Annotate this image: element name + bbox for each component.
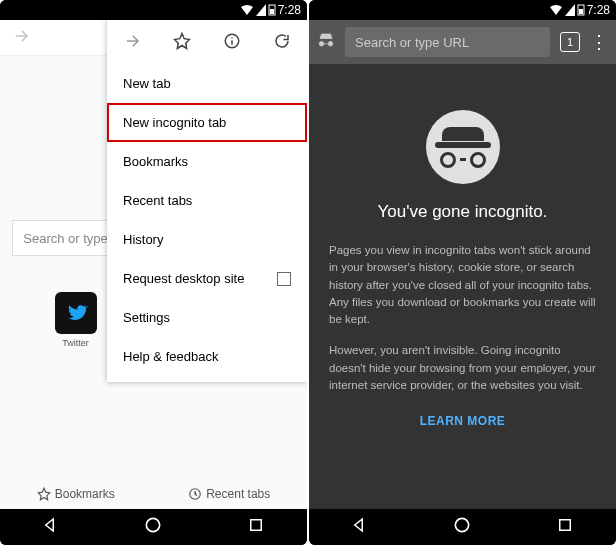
tab-switcher[interactable]: 1 [560, 32, 580, 52]
incognito-paragraph-1: Pages you view in incognito tabs won't s… [329, 242, 596, 328]
wifi-icon [240, 4, 254, 16]
menu-new-incognito-tab[interactable]: New incognito tab [107, 103, 307, 142]
clock: 7:28 [587, 3, 610, 17]
back-icon[interactable] [351, 516, 369, 538]
shortcut-label: Twitter [62, 338, 89, 348]
clock: 7:28 [278, 3, 301, 17]
star-icon[interactable] [173, 32, 191, 54]
incognito-badge-icon [317, 31, 335, 53]
phone-left: 7:28 G Search or type U Twitter G Google [0, 0, 307, 545]
shortcut-twitter[interactable]: Twitter [46, 292, 106, 358]
svg-rect-10 [560, 520, 571, 531]
incognito-page: You've gone incognito. Pages you view in… [309, 64, 616, 452]
battery-icon [577, 4, 585, 16]
incognito-paragraph-2: However, you aren't invisible. Going inc… [329, 342, 596, 394]
refresh-icon[interactable] [273, 32, 291, 54]
recents-icon[interactable] [247, 516, 265, 538]
home-icon[interactable] [452, 515, 472, 539]
svg-point-4 [231, 37, 233, 39]
battery-icon [268, 4, 276, 16]
menu-settings[interactable]: Settings [107, 298, 307, 337]
wifi-icon [549, 4, 563, 16]
menu-request-desktop[interactable]: Request desktop site [107, 259, 307, 298]
url-input[interactable]: Search or type URL [345, 27, 550, 57]
content-area-left: G Search or type U Twitter G Google News… [0, 20, 307, 509]
incognito-toolbar: Search or type URL 1 ⋮ [309, 20, 616, 64]
svg-point-5 [147, 518, 160, 531]
svg-rect-1 [270, 9, 274, 14]
info-icon[interactable] [223, 32, 241, 54]
forward-icon[interactable] [12, 27, 30, 49]
recent-tabs-link[interactable]: Recent tabs [188, 487, 270, 501]
forward-icon[interactable] [123, 32, 141, 54]
menu-history[interactable]: History [107, 220, 307, 259]
bookmarks-link[interactable]: Bookmarks [37, 487, 115, 501]
svg-rect-6 [251, 520, 262, 531]
phone-right: 7:28 Search or type URL 1 ⋮ You've gone … [309, 0, 616, 545]
signal-icon [565, 4, 575, 16]
home-icon[interactable] [143, 515, 163, 539]
overflow-menu: New tab New incognito tab Bookmarks Rece… [107, 20, 307, 382]
recents-icon[interactable] [556, 516, 574, 538]
menu-new-tab[interactable]: New tab [107, 64, 307, 103]
svg-rect-8 [579, 9, 583, 14]
svg-point-9 [456, 518, 469, 531]
status-bar: 7:28 [309, 0, 616, 20]
learn-more-link[interactable]: LEARN MORE [420, 414, 506, 428]
menu-help-feedback[interactable]: Help & feedback [107, 337, 307, 376]
menu-recent-tabs[interactable]: Recent tabs [107, 181, 307, 220]
bottom-links: Bookmarks Recent tabs [0, 487, 307, 501]
menu-bookmarks[interactable]: Bookmarks [107, 142, 307, 181]
android-nav-bar [309, 509, 616, 545]
back-icon[interactable] [42, 516, 60, 538]
incognito-icon [426, 110, 500, 184]
url-placeholder: Search or type URL [355, 35, 469, 50]
status-bar: 7:28 [0, 0, 307, 20]
signal-icon [256, 4, 266, 16]
checkbox-icon[interactable] [277, 272, 291, 286]
incognito-title: You've gone incognito. [378, 202, 548, 222]
content-area-right: Search or type URL 1 ⋮ You've gone incog… [309, 20, 616, 509]
android-nav-bar [0, 509, 307, 545]
